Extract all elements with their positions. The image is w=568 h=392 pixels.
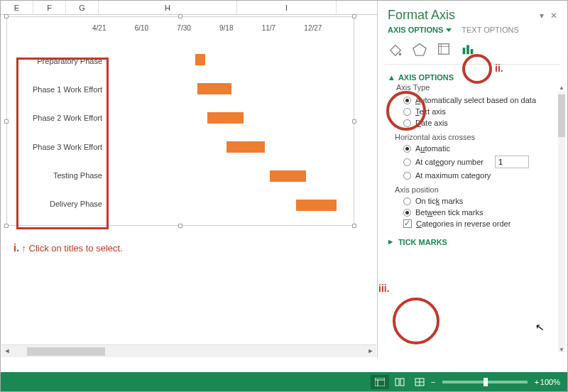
pane-options-icon[interactable]: ▾ xyxy=(540,11,544,21)
radio-label: Text axis xyxy=(415,107,446,116)
category-axis-labels[interactable]: Preparatory Phase Phase 1 Work Effort Ph… xyxy=(16,47,106,218)
group-tick-marks-header[interactable]: ▲ TICK MARKS xyxy=(388,238,447,246)
gantt-bar[interactable] xyxy=(226,141,265,153)
col-header-e[interactable]: E xyxy=(1,1,33,14)
chart-object[interactable]: 4/21 6/10 7/30 9/18 11/7 12/27 Preparato… xyxy=(6,16,354,226)
chart-resize-handle[interactable] xyxy=(178,224,182,228)
fill-line-icon[interactable] xyxy=(388,41,403,58)
gantt-bar[interactable] xyxy=(195,54,205,65)
radio-label: On tick marks xyxy=(415,197,463,205)
x-tick: 7/30 xyxy=(177,24,219,34)
view-normal-icon[interactable] xyxy=(371,375,389,389)
radio-label: At category number xyxy=(415,158,484,166)
pane-vertical-scrollbar[interactable]: ▲ ▼ xyxy=(558,92,565,352)
radio-icon xyxy=(403,108,411,116)
tab-axis-options-label: AXIS OPTIONS xyxy=(388,26,443,34)
svg-rect-10 xyxy=(395,379,399,386)
x-tick: 11/7 xyxy=(262,24,305,34)
horizontal-scrollbar[interactable]: ◄ ► xyxy=(1,344,376,357)
radio-icon xyxy=(403,145,411,153)
scroll-thumb[interactable] xyxy=(558,94,565,137)
zoom-out-button[interactable]: − xyxy=(430,378,437,386)
radio-label: Automatic xyxy=(415,144,450,153)
checkbox-reverse-order[interactable]: Categories in reverse order xyxy=(403,219,562,228)
zoom-in-button[interactable]: + xyxy=(533,378,540,386)
chart-resize-handle[interactable] xyxy=(352,224,356,228)
axis-options-icon[interactable] xyxy=(460,41,476,58)
tab-text-options[interactable]: TEXT OPTIONS xyxy=(462,26,518,34)
gantt-bar[interactable] xyxy=(296,200,337,211)
annotation-i-text: ↑ Click on titles to select. xyxy=(19,243,123,254)
gantt-bar[interactable] xyxy=(270,170,306,182)
radio-axis-type-auto[interactable]: Automatically select based on data xyxy=(403,96,562,104)
checkbox-label: Categories in reverse order xyxy=(416,219,510,228)
scroll-up-icon[interactable]: ▲ xyxy=(558,85,565,92)
category-number-field[interactable] xyxy=(495,156,529,168)
svg-rect-5 xyxy=(466,45,469,55)
svg-rect-4 xyxy=(463,48,466,54)
zoom-slider[interactable] xyxy=(442,381,528,383)
radio-icon xyxy=(403,172,411,180)
radio-label: Automatically select based on data xyxy=(415,96,536,104)
worksheet-area: E F G H I 4/21 6/10 7/30 9/18 11/7 12/27 xyxy=(1,1,377,358)
view-page-break-icon[interactable] xyxy=(410,375,429,389)
radio-icon xyxy=(403,119,411,127)
chart-resize-handle[interactable] xyxy=(352,14,356,18)
column-headers[interactable]: E F G H I xyxy=(1,1,377,15)
scroll-thumb[interactable] xyxy=(27,347,105,356)
gantt-bar[interactable] xyxy=(207,112,244,124)
radio-label: At maximum category xyxy=(415,171,491,180)
group-axis-options-label: AXIS OPTIONS xyxy=(398,73,454,82)
svg-rect-6 xyxy=(471,49,474,54)
x-tick: 6/10 xyxy=(135,24,178,34)
chart-resize-handle[interactable] xyxy=(4,14,9,18)
radio-label: Date axis xyxy=(415,119,448,127)
effects-icon[interactable] xyxy=(412,41,427,58)
chart-resize-handle[interactable] xyxy=(352,119,356,124)
close-icon[interactable]: ✕ xyxy=(550,11,557,21)
axis-position-label: Axis position xyxy=(395,185,562,194)
radio-axis-pos-on[interactable]: On tick marks xyxy=(403,197,562,205)
col-header-g[interactable]: G xyxy=(66,1,99,14)
size-properties-icon[interactable] xyxy=(436,41,452,58)
radio-icon xyxy=(403,97,411,104)
radio-hcrosses-catnum[interactable]: At category number xyxy=(403,156,562,168)
category-label: Delivery Phase xyxy=(16,190,106,218)
radio-axis-type-date[interactable]: Date axis xyxy=(403,119,562,127)
radio-icon xyxy=(403,209,411,217)
zoom-percentage[interactable]: 100% xyxy=(540,378,560,386)
radio-icon xyxy=(403,158,411,166)
category-label: Phase 1 Work Effort xyxy=(16,75,106,104)
radio-hcrosses-auto[interactable]: Automatic xyxy=(403,144,562,153)
col-header-f[interactable]: F xyxy=(33,1,66,14)
chart-resize-handle[interactable] xyxy=(4,224,9,228)
category-label: Preparatory Phase xyxy=(16,47,106,75)
radio-axis-type-text[interactable]: Text axis xyxy=(403,107,562,116)
scroll-track[interactable] xyxy=(13,347,365,356)
zoom-slider-thumb[interactable] xyxy=(484,378,488,386)
col-header-h[interactable]: H xyxy=(99,1,237,14)
bars-layer xyxy=(106,45,346,218)
scroll-right-icon[interactable]: ► xyxy=(365,346,376,357)
chart-resize-handle[interactable] xyxy=(178,14,182,18)
scroll-down-icon[interactable]: ▼ xyxy=(558,347,565,354)
chart-resize-handle[interactable] xyxy=(4,119,9,124)
group-tick-marks-label: TICK MARKS xyxy=(398,238,447,246)
status-bar: − + 100% xyxy=(1,372,567,391)
col-header-i[interactable]: I xyxy=(237,1,337,14)
radio-hcrosses-max[interactable]: At maximum category xyxy=(403,171,562,180)
radio-axis-pos-between[interactable]: Between tick marks xyxy=(403,208,562,217)
tab-axis-options[interactable]: AXIS OPTIONS xyxy=(388,26,452,34)
annotation-i: i. ↑ Click on titles to select. xyxy=(13,242,123,254)
x-tick: 9/18 xyxy=(219,24,262,34)
scroll-left-icon[interactable]: ◄ xyxy=(1,346,13,357)
svg-marker-0 xyxy=(413,44,426,55)
group-axis-options-header[interactable]: ▲ AXIS OPTIONS xyxy=(388,73,454,82)
x-axis-labels[interactable]: 4/21 6/10 7/30 9/18 11/7 12/27 xyxy=(92,24,346,34)
axis-type-label: Axis Type xyxy=(396,83,562,92)
plot-area[interactable]: 4/21 6/10 7/30 9/18 11/7 12/27 xyxy=(106,24,346,218)
annotation-i-roman: i. xyxy=(13,242,19,254)
radio-label: Between tick marks xyxy=(415,208,483,217)
gantt-bar[interactable] xyxy=(197,83,231,94)
view-page-layout-icon[interactable] xyxy=(390,375,409,389)
